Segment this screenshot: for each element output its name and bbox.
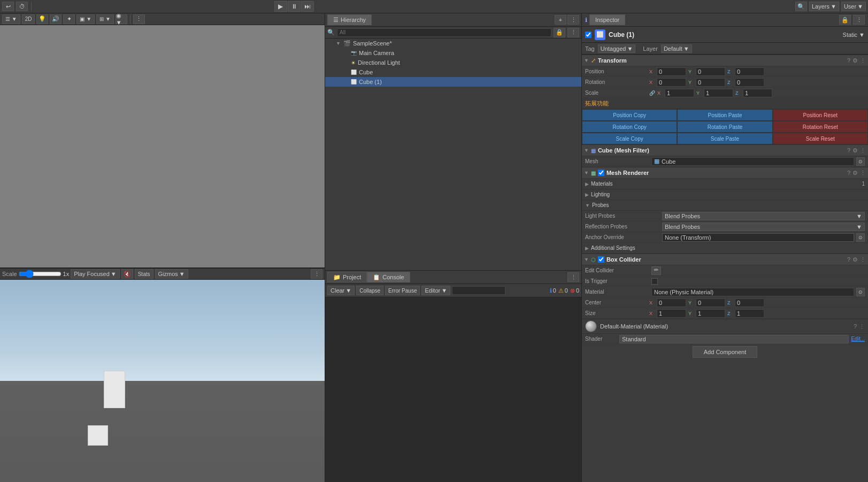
bc-help-icon[interactable]: ? (847, 256, 850, 263)
overlay-dropdown[interactable]: ⊞ ▼ (96, 14, 114, 24)
rotation-reset-btn[interactable]: Rotation Reset (773, 121, 868, 133)
light-toggle[interactable]: 💡 (36, 14, 48, 24)
hierarchy-lock-btn[interactable]: 🔒 (554, 28, 565, 37)
size-x-field[interactable]: 1 (657, 309, 686, 318)
2d-toggle[interactable]: 2D (22, 14, 35, 24)
hand-tool[interactable]: ☰ ▼ (2, 14, 20, 24)
edit-shader-btn[interactable]: Edit... (851, 336, 865, 342)
hierarchy-item-cube[interactable]: ⬜ Cube (325, 67, 581, 77)
undo-btn[interactable]: ↩ (2, 2, 14, 11)
mr-menu-icon[interactable]: ⋮ (860, 170, 866, 177)
lighting-subheader[interactable]: ▶ Lighting (582, 189, 868, 200)
step-button[interactable]: ⏭ (301, 1, 314, 12)
play-button[interactable]: ▶ (274, 1, 287, 12)
hierarchy-menu-btn[interactable]: ⋮ (567, 15, 579, 25)
collider-material-select-btn[interactable]: ⊙ (856, 288, 865, 296)
edit-collider-btn[interactable]: ✏ (651, 266, 661, 275)
audio-toggle[interactable]: 🔊 (50, 14, 62, 24)
size-z-field[interactable]: 1 (735, 309, 764, 318)
mf-settings-icon[interactable]: ⚙ (852, 147, 858, 154)
scene-root-item[interactable]: ▼ 🎬 SampleScene* (325, 39, 581, 48)
layer-dropdown[interactable]: Default ▼ (661, 44, 692, 53)
mr-settings-icon[interactable]: ⚙ (852, 170, 858, 177)
position-reset-btn[interactable]: Position Reset (773, 109, 868, 121)
inspector-tab[interactable]: Inspector (589, 14, 625, 25)
mesh-select-btn[interactable]: ⊙ (856, 157, 865, 166)
scale-z-field[interactable]: 1 (743, 89, 772, 97)
scale-paste-btn[interactable]: Scale Paste (677, 133, 772, 144)
mr-enabled-checkbox[interactable] (598, 170, 604, 176)
project-tab[interactable]: 📁 Project (327, 272, 367, 282)
pos-x-field[interactable]: 0 (657, 67, 686, 76)
mesh-filter-header[interactable]: ▼ ▦ Cube (Mesh Filter) ? ⚙ ⋮ (582, 144, 868, 156)
bc-settings-icon[interactable]: ⚙ (852, 256, 858, 263)
search-btn[interactable]: 🔍 (795, 2, 807, 11)
game-canvas[interactable] (0, 280, 325, 482)
hierarchy-item-camera[interactable]: 📷 Main Camera (325, 48, 581, 58)
user-dropdown[interactable]: User ▼ (841, 2, 866, 11)
hierarchy-search-input[interactable] (337, 28, 551, 37)
console-search[interactable] (452, 286, 505, 295)
history-btn[interactable]: ⏱ (16, 2, 28, 11)
center-x-field[interactable]: 0 (657, 299, 686, 307)
reflection-probes-dropdown[interactable]: Blend Probes ▼ (662, 223, 865, 231)
inspector-menu-btn[interactable]: ⋮ (853, 15, 865, 25)
rotation-paste-btn[interactable]: Rotation Paste (677, 121, 772, 133)
hierarchy-item-cube1[interactable]: ⬜ Cube (1) (325, 77, 581, 87)
error-pause-btn[interactable]: Error Pause (385, 286, 420, 295)
stats-btn[interactable]: Stats (135, 269, 153, 279)
is-trigger-checkbox[interactable] (651, 278, 658, 285)
center-z-field[interactable]: 0 (735, 299, 764, 307)
transform-header[interactable]: ▼ ⤢ Transform ? ⚙ ⋮ (582, 55, 868, 66)
pause-button[interactable]: ⏸ (288, 1, 301, 12)
pos-z-field[interactable]: 0 (735, 67, 764, 76)
probes-subheader[interactable]: ▼ Probes (582, 200, 868, 211)
add-component-btn[interactable]: Add Component (693, 346, 758, 358)
mat-menu-icon[interactable]: ⋮ (859, 323, 865, 330)
pos-y-field[interactable]: 0 (696, 67, 725, 76)
rot-y-field[interactable]: 0 (696, 78, 725, 87)
rotation-copy-btn[interactable]: Rotation Copy (582, 121, 677, 133)
inspector-lock-btn[interactable]: 🔒 (839, 15, 851, 25)
menu-icon[interactable]: ⋮ (133, 14, 145, 24)
box-collider-header[interactable]: ▼ ⬡ Box Collider ? ⚙ ⋮ (582, 254, 868, 265)
hierarchy-item-light[interactable]: ☀ Directional Light (325, 58, 581, 67)
console-menu-btn[interactable]: ⋮ (567, 272, 579, 282)
center-y-field[interactable]: 0 (696, 299, 725, 307)
hierarchy-add-btn[interactable]: + (555, 15, 566, 25)
mf-menu-icon[interactable]: ⋮ (860, 147, 866, 154)
mat-help-icon[interactable]: ? (854, 323, 857, 330)
position-copy-btn[interactable]: Position Copy (582, 109, 677, 121)
bc-menu-icon[interactable]: ⋮ (860, 256, 866, 263)
scale-slider[interactable] (19, 271, 62, 277)
gizmo-toggle[interactable]: ◉ ▼ (116, 14, 127, 24)
hierarchy-tab[interactable]: ☰ Hierarchy (327, 14, 372, 25)
scale-x-field[interactable]: 1 (665, 89, 694, 97)
anchor-select-btn[interactable]: ⊙ (856, 233, 865, 242)
view-dropdown[interactable]: ▣ ▼ (76, 14, 95, 24)
mesh-renderer-header[interactable]: ▼ ▦ Mesh Renderer ? ⚙ ⋮ (582, 167, 868, 179)
mr-help-icon[interactable]: ? (847, 170, 850, 177)
console-tab[interactable]: 📋 Console (367, 272, 410, 282)
rot-x-field[interactable]: 0 (657, 78, 686, 87)
gizmos-btn[interactable]: Gizmos ▼ (155, 269, 188, 279)
rot-z-field[interactable]: 0 (735, 78, 764, 87)
light-probes-dropdown[interactable]: Blend Probes ▼ (662, 212, 865, 220)
collapse-btn[interactable]: Collapse (356, 286, 383, 295)
bc-enabled-checkbox[interactable] (598, 256, 604, 263)
position-paste-btn[interactable]: Position Paste (677, 109, 772, 121)
game-menu-icon[interactable]: ⋮ (311, 269, 322, 279)
mute-btn[interactable]: 🔇 (121, 269, 133, 279)
clear-btn[interactable]: Clear ▼ (327, 286, 355, 295)
transform-settings-icon[interactable]: ⚙ (852, 57, 858, 64)
editor-btn[interactable]: Editor ▼ (421, 286, 450, 295)
mf-help-icon[interactable]: ? (847, 147, 850, 154)
transform-help-icon[interactable]: ? (847, 57, 850, 64)
fx-toggle[interactable]: ✦ (63, 14, 75, 24)
play-focused-btn[interactable]: Play Focused ▼ (71, 269, 120, 279)
layers-dropdown[interactable]: Layers ▼ (809, 2, 839, 11)
tag-dropdown[interactable]: Untagged ▼ (598, 44, 636, 53)
hierarchy-options-btn[interactable]: ⋮ (567, 28, 579, 37)
scale-y-field[interactable]: 1 (704, 89, 733, 97)
materials-subheader[interactable]: ▶ Materials 1 (582, 179, 868, 189)
